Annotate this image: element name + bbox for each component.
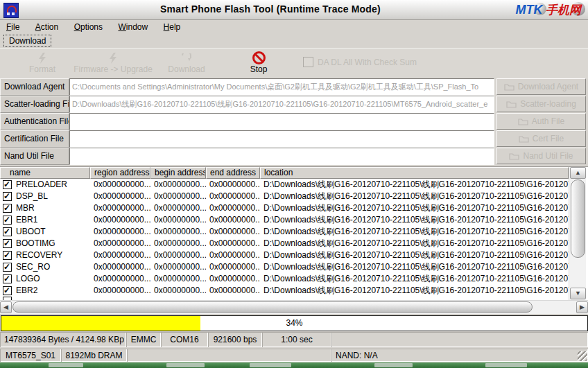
toolbar: Format Firmware -> Upgrade Download Stop… bbox=[0, 48, 588, 79]
menu-window[interactable]: Window bbox=[112, 21, 154, 33]
table-body: PRELOADER 0x000000000... 0x00000000... 0… bbox=[0, 179, 569, 300]
folder-icon bbox=[509, 152, 519, 160]
download-agent-path-field[interactable]: C:\Documents and Settings\Administrator\… bbox=[69, 78, 494, 96]
status-empty-panel bbox=[331, 332, 588, 347]
partition-name: LOGO bbox=[16, 273, 40, 285]
download-agent-browse-button[interactable]: Download Agent bbox=[496, 78, 586, 95]
location-cell: D:\Downloads\线刷G16-20120710-221105\线刷G16… bbox=[260, 238, 569, 249]
da-dl-checksum-checkbox[interactable]: DA DL All With Check Sum bbox=[303, 57, 417, 67]
location-cell: D:\Downloads\线刷G16-20120710-221105\线刷G16… bbox=[260, 191, 569, 202]
begin-address-cell: 0x00000000... bbox=[150, 202, 206, 214]
location-cell: D:\Downloads\线刷G16-20120710-221105\线刷G16… bbox=[260, 273, 569, 285]
status-elapsed-time: 1:00 sec bbox=[262, 332, 331, 347]
partition-name: RECOVERY bbox=[16, 249, 62, 261]
table-row[interactable]: SEC_RO 0x000000000... 0x00000000... 0x00… bbox=[0, 261, 569, 273]
end-address-cell: 0x00000000... bbox=[206, 179, 260, 191]
vertical-scrollbar[interactable]: ▲ ▼ bbox=[569, 167, 586, 300]
scroll-right-icon[interactable]: ▶ bbox=[576, 301, 588, 313]
menu-action[interactable]: Action bbox=[29, 21, 64, 33]
taskbar-sliver bbox=[0, 362, 588, 368]
row-checkbox-checked[interactable] bbox=[3, 227, 12, 236]
status-com-port: COM16 bbox=[161, 332, 208, 347]
region-address-cell: 0x000000000... bbox=[90, 214, 150, 226]
partition-name: EBR2 bbox=[16, 285, 37, 297]
row-checkbox-checked[interactable] bbox=[3, 263, 12, 272]
column-header-begin-address[interactable]: begin address bbox=[150, 167, 206, 179]
partition-table: name region address begin address end ad… bbox=[0, 166, 588, 313]
scroll-left-icon[interactable]: ◀ bbox=[0, 301, 12, 313]
table-row[interactable]: RECOVERY 0x000000000... 0x00000000... 0x… bbox=[0, 249, 569, 261]
table-row[interactable]: DSP_BL 0x000000000... 0x00000000... 0x00… bbox=[0, 191, 569, 202]
scatter-file-path-field[interactable]: D:\Downloads\线刷G16-20120710-221105\线刷G16… bbox=[69, 96, 494, 113]
location-cell: D:\Downloads\线刷G16-20120710-221105\线刷G16… bbox=[260, 249, 569, 261]
cert-file-path-field[interactable] bbox=[69, 130, 494, 148]
status-storage: EMMC bbox=[126, 332, 161, 347]
progress-percent: 34% bbox=[1, 316, 587, 331]
download-button[interactable]: Download bbox=[158, 51, 215, 74]
horizontal-scroll-thumb[interactable] bbox=[12, 301, 533, 313]
mtk-logo: MTK 手机网 bbox=[516, 2, 581, 17]
scatter-file-browse-button[interactable]: Scatter-loading bbox=[496, 96, 586, 112]
row-checkbox-checked[interactable] bbox=[3, 251, 12, 260]
row-checkbox-checked[interactable] bbox=[3, 239, 12, 248]
nand-util-browse-button[interactable]: Nand Util File bbox=[496, 148, 586, 164]
row-checkbox-checked[interactable] bbox=[3, 204, 12, 213]
firmware-upgrade-button[interactable]: Firmware -> Upgrade bbox=[71, 51, 155, 74]
vertical-scroll-thumb[interactable] bbox=[571, 179, 585, 258]
scroll-up-icon[interactable]: ▲ bbox=[570, 167, 586, 179]
format-label: Format bbox=[15, 64, 69, 74]
title-bar: Smart Phone Flash Tool (Runtime Trace Mo… bbox=[0, 0, 588, 20]
menu-bar: File Action Options Window Help bbox=[0, 20, 588, 33]
horizontal-scrollbar[interactable]: ◀ ▶ bbox=[0, 300, 588, 314]
region-address-cell: 0x000000000... bbox=[90, 249, 150, 261]
column-header-region-address[interactable]: region address bbox=[90, 167, 150, 179]
nand-util-file-label: Nand Util File bbox=[0, 148, 69, 165]
menu-file[interactable]: File bbox=[0, 21, 26, 33]
table-row[interactable]: EBR2 0x000000000... 0x00000000... 0x0000… bbox=[0, 285, 569, 297]
location-cell: D:\Downloads\线刷G16-20120710-221105\线刷G16… bbox=[260, 179, 569, 191]
table-row[interactable]: BOOTIMG 0x000000000... 0x00000000... 0x0… bbox=[0, 238, 569, 249]
window-title: Smart Phone Flash Tool (Runtime Trace Mo… bbox=[0, 3, 541, 15]
cert-file-browse-button[interactable]: Cert File bbox=[496, 130, 586, 147]
file-selection-panel: Download Agent C:\Documents and Settings… bbox=[0, 78, 588, 166]
table-row[interactable]: EBR1 0x000000000... 0x00000000... 0x0000… bbox=[0, 214, 569, 226]
end-address-cell: 0x00000000... bbox=[206, 226, 260, 238]
download-label: Download bbox=[158, 64, 215, 74]
end-address-cell: 0x00000000... bbox=[206, 249, 260, 261]
table-row[interactable]: LOGO 0x000000000... 0x00000000... 0x0000… bbox=[0, 273, 569, 285]
resize-grip[interactable] bbox=[578, 351, 587, 361]
format-button[interactable]: Format bbox=[15, 51, 69, 74]
menu-options[interactable]: Options bbox=[68, 21, 109, 33]
status-bar-1: 147839364 Bytes / 4124.98 KBp EMMC COM16… bbox=[0, 331, 588, 348]
row-checkbox-checked[interactable] bbox=[3, 180, 12, 189]
column-header-location[interactable]: location bbox=[260, 167, 569, 179]
logo-cn-text: 手机网 bbox=[546, 3, 581, 17]
menu-help[interactable]: Help bbox=[157, 21, 187, 33]
status-platform: MT6575_S01 bbox=[0, 349, 61, 362]
partition-name: EBR1 bbox=[16, 214, 37, 226]
begin-address-cell: 0x00000000... bbox=[150, 249, 206, 261]
begin-address-cell: 0x00000000... bbox=[150, 273, 206, 285]
column-header-end-address[interactable]: end address bbox=[206, 167, 260, 179]
row-checkbox-checked[interactable] bbox=[3, 286, 12, 295]
nand-util-file-path-field[interactable] bbox=[69, 148, 494, 165]
stop-button[interactable]: Stop bbox=[233, 51, 284, 74]
status-bytes: 147839364 Bytes / 4124.98 KBp bbox=[0, 332, 126, 347]
row-checkbox-checked[interactable] bbox=[3, 192, 12, 201]
row-checkbox-checked[interactable] bbox=[3, 216, 12, 225]
table-row[interactable]: UBOOT 0x000000000... 0x00000000... 0x000… bbox=[0, 226, 569, 238]
tab-download[interactable]: Download bbox=[3, 35, 51, 47]
da-dl-checksum-label: DA DL All With Check Sum bbox=[318, 58, 417, 67]
checkbox-icon bbox=[303, 57, 313, 67]
end-address-cell: 0x00000000... bbox=[206, 273, 260, 285]
auth-file-browse-button[interactable]: Auth File bbox=[496, 113, 586, 130]
partition-name: UBOOT bbox=[16, 226, 46, 238]
table-row[interactable]: MBR 0x000000000... 0x00000000... 0x00000… bbox=[0, 202, 569, 214]
location-cell: D:\Downloads\线刷G16-20120710-221105\线刷G16… bbox=[260, 285, 569, 297]
auth-file-label: Authentication File bbox=[0, 113, 69, 130]
row-checkbox-checked[interactable] bbox=[3, 274, 12, 283]
scroll-down-icon[interactable]: ▼ bbox=[570, 288, 586, 299]
auth-file-path-field[interactable] bbox=[69, 113, 494, 130]
column-header-name[interactable]: name bbox=[0, 167, 90, 179]
table-row[interactable]: PRELOADER 0x000000000... 0x00000000... 0… bbox=[0, 179, 569, 191]
